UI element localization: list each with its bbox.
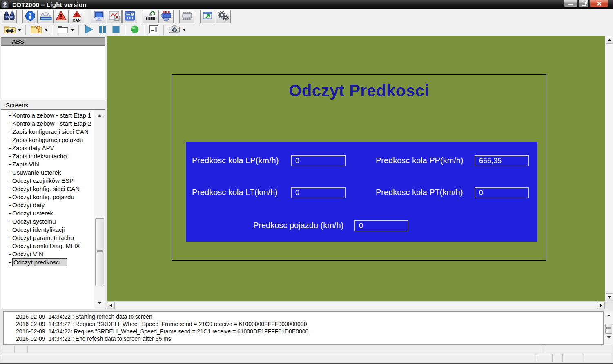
scroll-down-button[interactable] <box>604 335 613 340</box>
chevron-down-icon <box>18 29 21 31</box>
screen-item[interactable]: Odczyt konfig. sieci CAN <box>9 185 91 193</box>
screen-item[interactable]: Odczyt VIN <box>9 250 91 258</box>
folder-icon <box>57 24 69 36</box>
screens-scrollbar[interactable] <box>94 110 105 309</box>
export-window-button[interactable] <box>200 10 215 23</box>
ecu-memory-button[interactable] <box>179 10 194 23</box>
scroll-thumb[interactable] <box>605 324 612 334</box>
screen-item[interactable]: Zapis VIN <box>9 160 91 169</box>
open-vehicle-folder-button[interactable] <box>2 25 23 36</box>
log-line: 2016-02-09 14:34:22 : Reques "SRDELI_Whe… <box>16 320 603 328</box>
application-window: DDT2000 – Light version CAN <box>0 0 613 364</box>
chevron-down-icon <box>183 29 186 31</box>
scroll-up-button[interactable] <box>606 36 613 44</box>
screen-graph-icon <box>109 11 120 23</box>
vehicle-button[interactable] <box>38 10 53 23</box>
screen-item[interactable]: Odczyt parametr.tacho <box>9 234 91 242</box>
can-faults-button[interactable]: CAN <box>69 10 84 23</box>
arrow-up-icon <box>608 39 611 41</box>
search-button[interactable] <box>2 10 17 23</box>
log-line: 2016-02-09 14:34:22: Reques "SRDELI_Whee… <box>16 328 603 335</box>
field-label-wheel-lp: Predkosc kola LP(km/h) <box>192 155 279 165</box>
faults-button[interactable] <box>53 10 69 23</box>
scroll-down-button[interactable] <box>94 299 105 307</box>
minimize-button[interactable] <box>564 0 577 7</box>
close-icon <box>597 1 602 6</box>
scroll-left-button[interactable] <box>107 302 115 309</box>
graph-record-button[interactable] <box>107 10 122 23</box>
camera-icon <box>168 24 181 36</box>
scroll-right-button[interactable] <box>597 302 605 309</box>
system-header-abs[interactable]: ABS <box>1 37 105 46</box>
status-cell <box>562 354 583 362</box>
screen-item[interactable]: Usuwanie usterek <box>9 169 91 177</box>
connector-icon <box>160 11 172 23</box>
play-button[interactable] <box>82 25 96 36</box>
screen-item-selected[interactable]: Odczyt predkosci <box>9 258 91 266</box>
chip-icon <box>181 11 193 23</box>
field-label-wheel-lt: Predkosc kola LT(km/h) <box>192 187 278 197</box>
field-label-vehicle-speed: Predkosc pojazdu (km/h) <box>253 220 343 230</box>
screen-item[interactable]: Zapis daty APV <box>9 144 91 152</box>
arrow-down-icon <box>607 336 611 339</box>
binoculars-icon <box>4 11 15 23</box>
field-value-wheel-pt: 0 <box>475 187 529 198</box>
scroll-up-button[interactable] <box>604 312 613 318</box>
control-panel-button[interactable] <box>122 10 137 23</box>
connector-button[interactable] <box>158 10 174 23</box>
screen-item[interactable]: Kontrola zebow - start Etap 2 <box>9 120 91 128</box>
scroll-down-button[interactable] <box>606 293 613 301</box>
screen-item[interactable]: Odczyt systemu <box>9 218 91 226</box>
screen-item[interactable]: Zapis konfiguracji pojazdu <box>9 136 91 144</box>
close-button[interactable] <box>590 0 608 7</box>
open-secure-folder-button[interactable] <box>29 25 49 36</box>
status-cell <box>545 346 612 353</box>
status-cell <box>536 354 551 362</box>
status-cell <box>584 354 611 362</box>
log-scrollbar[interactable] <box>604 311 613 345</box>
main-horizontal-scrollbar[interactable] <box>107 301 605 309</box>
scroll-up-button[interactable] <box>94 111 105 120</box>
main-vertical-scrollbar[interactable] <box>605 36 613 301</box>
screen-item[interactable]: Odczyt identyfikacji <box>9 226 91 234</box>
info-button[interactable] <box>22 10 38 23</box>
screen-item[interactable]: Odczyt czujników ESP <box>9 177 91 185</box>
screen-item[interactable]: Odczyt ramki Diag. MLIX <box>9 242 91 250</box>
toolbar-separator <box>125 25 126 35</box>
form-view-button[interactable] <box>147 25 161 36</box>
screen-item[interactable]: Zapis konfiguracji sieci CAN <box>9 128 91 136</box>
thumb-grip <box>606 327 611 331</box>
scroll-thumb[interactable] <box>95 218 104 286</box>
toolbar-separator <box>52 25 53 35</box>
screenshot-button[interactable] <box>167 25 187 36</box>
screen-button[interactable] <box>91 10 106 23</box>
toolbar-separator <box>163 25 164 35</box>
monitor-icon <box>93 11 105 23</box>
log-line: 2016-02-09 14:34:22 : Starting refresh d… <box>16 313 603 320</box>
stop-button[interactable] <box>109 25 123 36</box>
maximize-button[interactable] <box>578 0 589 7</box>
pause-button[interactable] <box>96 25 109 36</box>
record-icon <box>130 24 140 36</box>
chevron-down-icon <box>71 29 74 31</box>
screen-item[interactable]: Odczyt usterek <box>9 209 91 218</box>
screens-section-label: Screens <box>1 101 105 109</box>
app-logo-icon <box>1 1 9 8</box>
open-folder-button[interactable] <box>55 25 76 36</box>
car-icon <box>40 11 52 23</box>
control-panel-icon <box>124 11 136 23</box>
settings-button[interactable] <box>216 10 231 23</box>
status-cell <box>1 346 13 353</box>
arrow-down-icon <box>98 302 102 304</box>
sensor-button[interactable] <box>143 10 158 23</box>
arrow-right-icon <box>600 304 602 308</box>
screen-item[interactable]: Kontrola zebow - start Etap 1 <box>9 111 91 120</box>
screen-item[interactable]: Zapis indeksu tacho <box>9 152 91 160</box>
screen-item[interactable]: Odczyt konfig. pojazdu <box>9 193 91 201</box>
field-value-wheel-lt: 0 <box>291 187 346 198</box>
window-title: DDT2000 – Light version <box>12 1 87 8</box>
screens-tree: Kontrola zebow - start Etap 1 Kontrola z… <box>9 111 91 266</box>
record-button[interactable] <box>128 25 141 36</box>
screen-item[interactable]: Odczyt daty <box>9 201 91 209</box>
file-toolbar <box>0 24 613 36</box>
